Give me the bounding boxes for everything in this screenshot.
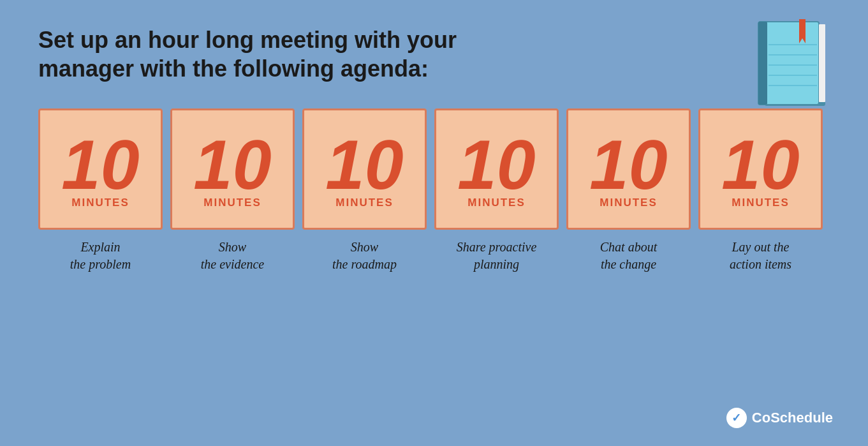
card-wrapper-4: 10MINUTESChat about the change bbox=[566, 108, 691, 273]
card-minutes-2: MINUTES bbox=[335, 197, 394, 209]
page-headline: Set up an hour long meeting with your ma… bbox=[38, 26, 536, 83]
card-1: 10MINUTES bbox=[170, 108, 295, 230]
card-wrapper-1: 10MINUTESShow the evidence bbox=[170, 108, 295, 273]
card-2: 10MINUTES bbox=[302, 108, 427, 230]
card-label-1: Show the evidence bbox=[201, 239, 264, 273]
card-minutes-3: MINUTES bbox=[467, 197, 526, 209]
svg-rect-3 bbox=[819, 24, 825, 102]
logo-check-icon: ✓ bbox=[732, 411, 741, 425]
card-3: 10MINUTES bbox=[434, 108, 559, 230]
card-number-1: 10 bbox=[193, 130, 271, 200]
logo-text: CoSchedule bbox=[752, 410, 833, 426]
card-wrapper-5: 10MINUTESLay out the action items bbox=[698, 108, 823, 273]
svg-rect-1 bbox=[758, 22, 819, 105]
card-number-0: 10 bbox=[61, 130, 139, 200]
logo-icon: ✓ bbox=[726, 408, 747, 428]
card-number-3: 10 bbox=[457, 130, 535, 200]
card-label-3: Share proactive planning bbox=[457, 239, 537, 273]
cards-row: 10MINUTESExplain the problem10MINUTESSho… bbox=[38, 108, 830, 273]
card-wrapper-0: 10MINUTESExplain the problem bbox=[38, 108, 163, 273]
svg-rect-2 bbox=[758, 22, 767, 105]
book-illustration bbox=[753, 19, 836, 115]
card-label-5: Lay out the action items bbox=[730, 239, 791, 273]
card-label-2: Show the roadmap bbox=[332, 239, 397, 273]
card-label-0: Explain the problem bbox=[70, 239, 131, 273]
card-4: 10MINUTES bbox=[566, 108, 691, 230]
coschedule-logo: ✓ CoSchedule bbox=[726, 408, 833, 428]
card-number-4: 10 bbox=[589, 130, 667, 200]
card-number-2: 10 bbox=[325, 130, 403, 200]
card-wrapper-2: 10MINUTESShow the roadmap bbox=[302, 108, 427, 273]
card-minutes-4: MINUTES bbox=[600, 197, 658, 209]
card-minutes-0: MINUTES bbox=[71, 197, 129, 209]
card-5: 10MINUTES bbox=[698, 108, 823, 230]
card-number-5: 10 bbox=[721, 130, 799, 200]
card-minutes-5: MINUTES bbox=[732, 197, 790, 209]
card-0: 10MINUTES bbox=[38, 108, 163, 230]
card-wrapper-3: 10MINUTESShare proactive planning bbox=[434, 108, 559, 273]
card-minutes-1: MINUTES bbox=[203, 197, 261, 209]
main-container: Set up an hour long meeting with your ma… bbox=[0, 0, 868, 446]
card-label-4: Chat about the change bbox=[600, 239, 657, 273]
